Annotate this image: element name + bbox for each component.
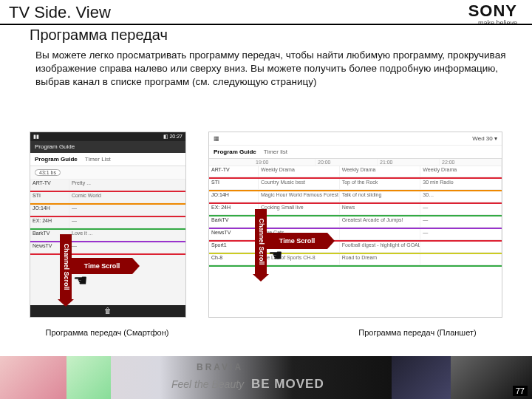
- channel-scroll-label: Channel Scroll: [255, 209, 267, 274]
- footer-image: [66, 356, 111, 399]
- program-cell[interactable]: Cooking Small live: [259, 204, 340, 214]
- program-cell[interactable]: [420, 242, 502, 252]
- tab-program-guide[interactable]: Program Guide: [35, 156, 78, 163]
- program-cell[interactable]: Football digest - highlight of GOAL…: [340, 242, 421, 252]
- phone-grid[interactable]: ART-TVPretty ... STIComic World JO:14H— …: [30, 180, 185, 255]
- slide: TV Side. View SONY make.believe Программ…: [0, 0, 532, 399]
- table-row[interactable]: EX: 24HCooking Small liveNews—: [209, 204, 502, 215]
- table-row[interactable]: Ch-8The Life of Sports CH-8Road to Dream: [209, 254, 502, 265]
- channel-label: JO:14H: [209, 191, 259, 202]
- bemoved-tagline: BE MOVED: [251, 377, 324, 392]
- program-cell[interactable]: Weekly Drama: [420, 166, 502, 177]
- logo-text: SONY: [468, 1, 517, 21]
- tab-timer-list[interactable]: Timer List: [85, 156, 111, 163]
- program-cell[interactable]: Greatest Arcade of Jumps!: [340, 216, 421, 227]
- channel-label: NewsTV: [209, 229, 259, 239]
- program-cell[interactable]: [340, 229, 421, 239]
- channel-scroll-label: Channel Scroll: [60, 234, 72, 299]
- program-cell[interactable]: Weekly Drama: [340, 166, 421, 177]
- channel-label: STI: [209, 179, 259, 189]
- program-cell[interactable]: Magic Hour World Famous Forest: [259, 191, 340, 202]
- program-cell[interactable]: Talk of not sliding: [340, 191, 421, 202]
- footer-banner: BRAVIA Feel the Beauty BE MOVED 77: [0, 356, 532, 399]
- program-cell[interactable]: 30…: [420, 191, 502, 202]
- grid-icon[interactable]: ▦: [214, 135, 219, 142]
- channel-label: EX: 24H: [209, 204, 259, 214]
- chip[interactable]: 43:1 bs: [35, 169, 61, 176]
- arrow-right-icon: [327, 233, 335, 249]
- table-row[interactable]: BarkTV—Greatest Arcade of Jumps!—: [209, 216, 502, 228]
- phone-chips: 43:1 bs: [30, 166, 185, 180]
- tab-timer-list[interactable]: Timer list: [264, 149, 287, 155]
- phone-scroll-overlay: Channel Scroll Time Scroll ☚: [60, 250, 134, 283]
- app-title: TV Side. View: [9, 3, 111, 22]
- section-title: Программа передач: [30, 27, 168, 44]
- hand-pointer-icon: ☚: [268, 246, 283, 265]
- trash-bar[interactable]: 🗑: [30, 305, 185, 317]
- channel-label: Sport1: [209, 242, 259, 252]
- tablet-tabs: Program Guide Timer list: [209, 146, 502, 159]
- footer-image: [392, 356, 451, 399]
- feel-tagline: Feel the Beauty: [171, 378, 244, 390]
- arrow-right-icon: [132, 258, 140, 274]
- phone-titlebar: Program Guide: [30, 141, 185, 153]
- program-cell[interactable]: Top of the Rock: [340, 179, 421, 189]
- sony-logo: SONY make.believe: [468, 1, 517, 27]
- tablet-screenshot: ▦ Wed 30 ▾ Program Guide Timer list 19:0…: [208, 132, 502, 318]
- date-picker[interactable]: Wed 30 ▾: [472, 135, 497, 142]
- tab-program-guide[interactable]: Program Guide: [214, 149, 256, 155]
- program-cell[interactable]: —: [420, 216, 502, 227]
- status-left: ▮▮: [33, 132, 39, 141]
- tablet-grid[interactable]: Channel Scroll Time Scroll ☚ ART-TVWeekl…: [209, 166, 502, 267]
- status-right: ◧ 20:27: [163, 132, 183, 141]
- table-row[interactable]: NewsTVLove Cats—: [209, 229, 502, 240]
- header-divider: [0, 24, 532, 25]
- table-row[interactable]: Sport1World Tennis CupFootball digest - …: [209, 242, 502, 253]
- phone-tabs: Program Guide Timer List: [30, 153, 185, 166]
- bravia-logo: BRAVIA: [197, 362, 243, 372]
- screenshots-row: ▮▮ ◧ 20:27 Program Guide Program Guide T…: [30, 132, 502, 316]
- channel-label: BarkTV: [209, 216, 259, 227]
- program-cell[interactable]: [420, 254, 502, 265]
- program-cell[interactable]: 30 min Radio: [420, 179, 502, 189]
- hand-pointer-icon: ☚: [73, 271, 88, 290]
- program-cell[interactable]: —: [420, 204, 502, 214]
- program-cell[interactable]: Country Music best: [259, 179, 340, 189]
- tablet-topbar: ▦ Wed 30 ▾: [209, 132, 502, 146]
- caption-phone: Программа передач (Смартфон): [44, 328, 170, 337]
- tablet-scroll-overlay: Channel Scroll Time Scroll ☚: [255, 225, 329, 258]
- page-number: 77: [513, 386, 528, 396]
- table-row[interactable]: JO:14HMagic Hour World Famous ForestTalk…: [209, 191, 502, 202]
- time-header-row: 19:00 20:00 21:00 22:00: [209, 159, 502, 166]
- phone-statusbar: ▮▮ ◧ 20:27: [30, 132, 185, 141]
- body-text: Вы можете легко просматривать программу …: [35, 49, 510, 89]
- program-cell[interactable]: —: [420, 229, 502, 239]
- program-cell[interactable]: Weekly Drama: [259, 166, 340, 177]
- table-row[interactable]: STICountry Music bestTop of the Rock30 m…: [209, 179, 502, 190]
- phone-screenshot: ▮▮ ◧ 20:27 Program Guide Program Guide T…: [30, 132, 186, 318]
- program-cell[interactable]: Road to Dream: [340, 254, 421, 265]
- caption-tablet: Программа передач (Планшет): [355, 328, 480, 337]
- program-cell[interactable]: News: [340, 204, 421, 214]
- table-row[interactable]: ART-TVWeekly DramaWeekly DramaWeekly Dra…: [209, 166, 502, 177]
- arrow-down-icon: [58, 299, 74, 307]
- footer-image: [0, 356, 66, 399]
- channel-label: ART-TV: [209, 166, 259, 177]
- channel-label: Ch-8: [209, 254, 259, 265]
- arrow-down-icon: [253, 274, 269, 282]
